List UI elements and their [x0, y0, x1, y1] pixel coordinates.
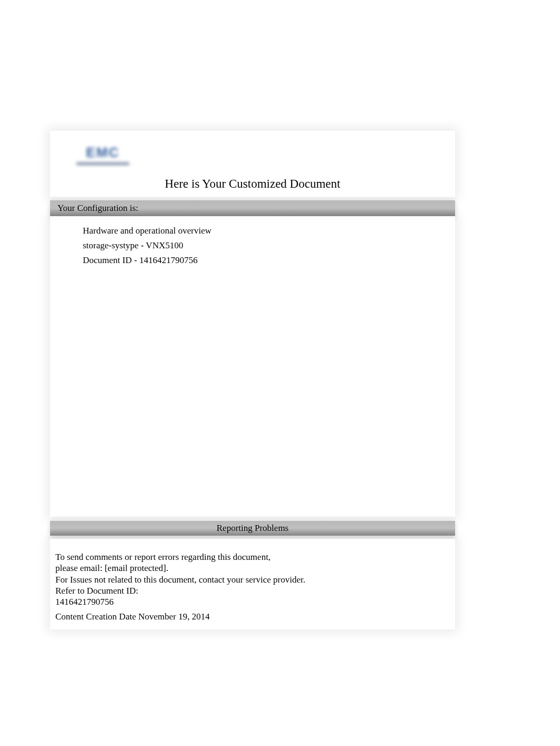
document-container: EMC Here is Your Customized Document You… — [50, 131, 455, 629]
reporting-problems-heading-bar: Reporting Problems — [50, 521, 455, 536]
logo-text: EMC — [86, 144, 120, 161]
config-line: Hardware and operational overview — [83, 226, 455, 236]
config-line: Document ID - 1416421790756 — [83, 255, 455, 266]
configuration-heading-bar: Your Configuration is: — [50, 200, 455, 216]
configuration-body: Hardware and operational overview storag… — [50, 216, 455, 517]
emc-logo: EMC — [71, 141, 134, 168]
footer-line: To send comments or report errors regard… — [55, 551, 450, 563]
logo-tagline — [76, 162, 129, 165]
config-line: storage-systype - VNX5100 — [83, 240, 455, 251]
footer-line: For Issues not related to this document,… — [55, 574, 450, 585]
footer-line: 1416421790756 — [55, 596, 450, 607]
content-creation-date: Content Creation Date November 19, 2014 — [55, 612, 450, 622]
footer-box: To send comments or report errors regard… — [50, 539, 455, 629]
document-title: Here is Your Customized Document — [50, 177, 455, 191]
header-box: EMC Here is Your Customized Document — [50, 131, 455, 197]
footer-line: please email: [email protected]. — [55, 563, 450, 574]
footer-line: Refer to Document ID: — [55, 585, 450, 596]
